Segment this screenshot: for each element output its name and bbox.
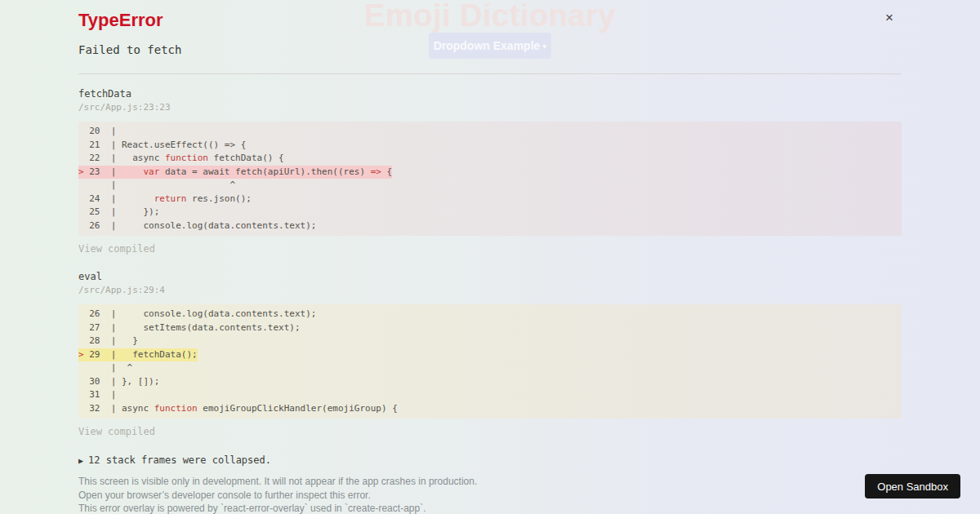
line-number-gutter: 28 | xyxy=(84,335,122,346)
line-number-gutter: | xyxy=(84,179,122,190)
line-number-gutter: 21 | xyxy=(84,140,122,150)
code-line: 22 | async function fetchData() { xyxy=(78,152,902,166)
code-token: emojiGroupClickHandler(emojiGroup) { xyxy=(198,403,398,414)
code-token: console.log(data.contents.text); xyxy=(122,220,316,231)
dev-note-console: Open your browser’s developer console to… xyxy=(78,489,902,503)
code-line: | ^ xyxy=(78,179,902,193)
gutter xyxy=(78,179,84,190)
line-number-gutter: 31 | xyxy=(84,389,122,400)
keyword-token: function xyxy=(165,153,208,163)
code-line: 27 | setItems(data.contents.text); xyxy=(78,321,902,335)
code-line-content: 31 | xyxy=(78,389,122,400)
keyword-token: return xyxy=(154,193,187,204)
collapsed-frames-label: 12 stack frames were collapsed. xyxy=(88,454,271,466)
line-number-gutter: 25 | xyxy=(84,206,122,217)
stack-frames: fetchData/src/App.js:23:23 20 | 21 | Rea… xyxy=(78,88,902,437)
error-type-title: TypeError xyxy=(78,11,902,30)
gutter xyxy=(78,335,84,346)
code-line: 28 | } xyxy=(78,335,902,348)
code-line: 21 | React.useEffect(() => { xyxy=(78,139,902,153)
code-line-content: 27 | setItems(data.contents.text); xyxy=(78,322,301,333)
line-number-gutter: 30 | xyxy=(84,376,122,387)
keyword-token: function xyxy=(154,403,198,414)
code-line: > 29 | fetchData(); xyxy=(78,348,902,362)
gutter xyxy=(78,322,84,333)
code-line: 26 | console.log(data.contents.text); xyxy=(78,308,902,321)
code-token: setItems(data.contents.text); xyxy=(122,322,301,333)
code-line-content: | ^ xyxy=(78,362,132,373)
gutter xyxy=(78,220,84,231)
line-number-gutter: 20 | xyxy=(84,126,122,136)
gutter xyxy=(78,193,84,204)
code-token: fetchData() { xyxy=(208,153,284,163)
code-block: 26 | console.log(data.contents.text); 27… xyxy=(78,304,902,419)
code-token: data = await fetch(apiUrl).then((res) xyxy=(159,166,370,177)
code-line: 30 | }, []); xyxy=(78,375,902,389)
error-line-marker: > xyxy=(78,349,84,360)
line-number-gutter: 29 | xyxy=(84,349,122,360)
stack-frame: fetchData/src/App.js:23:23 20 | 21 | Rea… xyxy=(78,88,902,255)
code-token: res.json(); xyxy=(186,193,251,204)
code-token: } xyxy=(122,335,138,346)
code-token: console.log(data.contents.text); xyxy=(122,308,316,319)
gutter xyxy=(78,126,84,136)
gutter xyxy=(78,403,84,414)
close-icon[interactable]: × xyxy=(880,9,898,27)
code-token: async xyxy=(122,153,165,163)
frame-location: /src/App.js:29:4 xyxy=(78,285,902,295)
line-number-gutter: 22 | xyxy=(84,153,122,163)
header-divider xyxy=(78,73,902,74)
code-line-content: > 29 | fetchData(); xyxy=(78,348,198,362)
code-line-content: 22 | async function fetchData() { xyxy=(78,153,284,163)
code-line-content: 30 | }, []); xyxy=(78,376,159,387)
code-token: { xyxy=(381,166,392,177)
frame-function-name: eval xyxy=(78,271,902,282)
error-line-marker: > xyxy=(78,166,84,177)
code-line: | ^ xyxy=(78,361,902,375)
code-line: 32 | async function emojiGroupClickHandl… xyxy=(78,402,902,416)
code-line-content: 26 | console.log(data.contents.text); xyxy=(78,220,316,231)
code-token: React.useEffect(() => { xyxy=(122,140,246,150)
gutter xyxy=(78,140,84,150)
code-line-content: 32 | async function emojiGroupClickHandl… xyxy=(78,403,398,414)
gutter xyxy=(78,362,84,373)
line-number-gutter: 26 | xyxy=(84,220,122,231)
code-line-content: 21 | React.useEffect(() => { xyxy=(78,140,246,150)
caret-pointer: ^ xyxy=(122,179,235,190)
line-number-gutter: 32 | xyxy=(84,403,122,414)
stack-frame: eval/src/App.js:29:4 26 | console.log(da… xyxy=(78,271,902,437)
open-sandbox-button[interactable]: Open Sandbox xyxy=(865,474,960,498)
view-compiled-link[interactable]: View compiled xyxy=(78,427,155,437)
gutter xyxy=(78,206,84,217)
gutter xyxy=(78,153,84,163)
line-number-gutter: 24 | xyxy=(84,193,122,204)
code-line-content: 26 | console.log(data.contents.text); xyxy=(78,308,316,319)
code-line: > 23 | var data = await fetch(apiUrl).th… xyxy=(78,166,902,179)
line-number-gutter: 26 | xyxy=(84,308,122,319)
code-line: 25 | }); xyxy=(78,206,902,219)
view-compiled-link[interactable]: View compiled xyxy=(78,244,155,255)
code-line: 31 | xyxy=(78,388,902,402)
code-token xyxy=(122,166,144,177)
code-block: 20 | 21 | React.useEffect(() => { 22 | a… xyxy=(78,122,902,236)
code-line-content: | ^ xyxy=(78,179,235,190)
collapsed-frames-toggle[interactable]: ▶12 stack frames were collapsed. xyxy=(78,454,271,467)
code-token: fetchData(); xyxy=(122,349,198,360)
frame-function-name: fetchData xyxy=(78,88,902,100)
gutter xyxy=(78,376,84,387)
dev-footer: This screen is visible only in developme… xyxy=(78,475,902,514)
caret-pointer: ^ xyxy=(122,362,132,373)
code-token: }, []); xyxy=(122,376,159,387)
keyword-token: => xyxy=(371,166,381,177)
gutter xyxy=(78,308,84,319)
dev-note-powered-by: This error overlay is powered by `react-… xyxy=(78,502,902,514)
triangle-right-icon: ▶ xyxy=(78,456,83,465)
code-token: }); xyxy=(122,206,159,217)
code-line: 20 | xyxy=(78,125,902,139)
line-number-gutter: 23 | xyxy=(84,166,122,177)
code-token: async xyxy=(122,403,154,414)
frame-location: /src/App.js:23:23 xyxy=(78,102,902,113)
line-number-gutter: | xyxy=(84,362,122,373)
line-number-gutter: 27 | xyxy=(84,322,122,333)
code-line-content: > 23 | var data = await fetch(apiUrl).th… xyxy=(78,166,392,179)
